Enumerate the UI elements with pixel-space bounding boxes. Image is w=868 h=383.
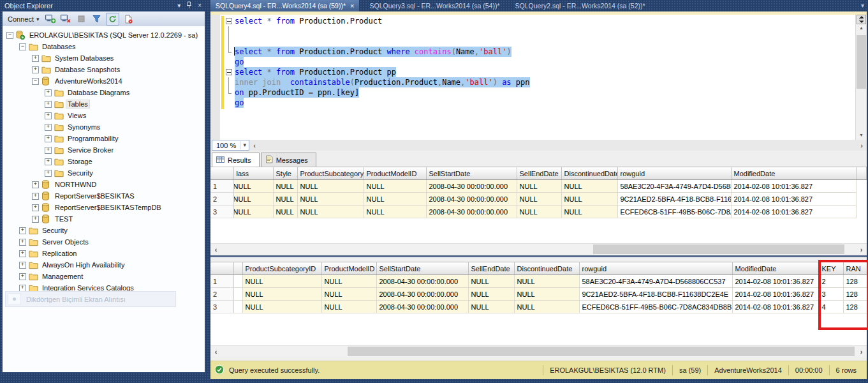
tree-item[interactable]: +Security <box>3 225 205 236</box>
sql-editor[interactable]: select * from Production.Productselect *… <box>210 15 867 140</box>
grid-cell[interactable]: 2014-02-08 10:01:36.827 <box>732 288 819 301</box>
grid-cell[interactable]: NULL <box>514 275 579 288</box>
scroll-left-icon[interactable]: ‹ <box>249 142 260 149</box>
tree-item[interactable]: +Storage <box>3 156 205 167</box>
filter-icon[interactable] <box>91 13 103 25</box>
grid-corner[interactable] <box>210 262 233 275</box>
horizontal-scroll-thumb[interactable] <box>593 244 844 254</box>
pin-icon[interactable] <box>186 1 192 10</box>
tree-expander-icon[interactable]: + <box>19 239 26 246</box>
column-header[interactable]: rowguid <box>617 167 731 180</box>
grid-cell[interactable]: NULL <box>273 193 297 206</box>
tree-expander-icon[interactable]: + <box>32 66 39 73</box>
grid-cell[interactable]: 2 <box>819 275 843 288</box>
tree-item[interactable]: +ReportServer$BESIKTAS <box>3 190 205 202</box>
column-header[interactable]: KEY <box>819 262 843 275</box>
tree-expander-icon[interactable]: + <box>32 181 39 188</box>
grid-cell[interactable]: NULL <box>321 275 376 288</box>
grid-cell[interactable]: NULL <box>468 301 514 313</box>
grid-cell[interactable]: NULL <box>364 206 426 218</box>
doc-tab[interactable]: SQLQuery4.sql - ER...Works2014 (sa (59))… <box>210 0 359 11</box>
column-header[interactable]: ModifiedDate <box>732 262 819 275</box>
fold-collapse-icon[interactable] <box>226 16 233 26</box>
grid-cell[interactable]: 9C21AED2-5BFA-4F18-BCB8-F11638DC2E4E <box>617 193 731 206</box>
grid-cell[interactable]: 9C21AED2-5BFA-4F18-BCB8-F11638DC2E4E <box>579 288 732 301</box>
grid-cell[interactable]: NULL <box>364 193 426 206</box>
scroll-left-icon[interactable]: ‹ <box>210 244 221 255</box>
result-sets-splitter[interactable] <box>210 255 867 257</box>
column-header[interactable]: ProductModelID <box>321 262 376 275</box>
column-header[interactable]: SellEndDate <box>517 167 561 180</box>
scroll-up-icon[interactable]: ▴ <box>856 24 867 33</box>
tree-item[interactable]: +ReportServer$BESIKTASTempDB <box>3 202 205 213</box>
column-header[interactable]: SellStartDate <box>426 167 517 180</box>
tree-expander-icon[interactable]: + <box>32 55 39 62</box>
tree-expander-icon[interactable]: + <box>32 216 39 223</box>
tree-expander-icon[interactable]: + <box>45 147 52 154</box>
grid-cell[interactable]: 2014-02-08 10:01:36.827 <box>731 180 856 193</box>
connect-server-icon[interactable] <box>45 13 57 25</box>
tree-item[interactable]: +Programmability <box>3 133 205 144</box>
tree-item[interactable]: +Tables <box>3 98 205 110</box>
grid-cell[interactable]: NULL <box>514 288 579 301</box>
grid-cell[interactable]: NULL <box>233 180 273 193</box>
refresh-icon[interactable] <box>106 13 119 26</box>
tree-item[interactable]: +Management <box>3 271 205 282</box>
scroll-track[interactable] <box>260 140 857 151</box>
grid-cell[interactable]: 2008-04-30 00:00:00.000 <box>426 180 517 193</box>
connect-button[interactable]: Connect ▾ <box>6 15 41 24</box>
grid-cell[interactable] <box>233 301 242 313</box>
doc-tab[interactable]: SQLQuery2.sql - ER...Works2014 (sa (52))… <box>510 0 651 11</box>
column-header[interactable]: DiscontinuedDate <box>561 167 617 180</box>
grid-cell[interactable]: NULL <box>561 193 617 206</box>
grid-cell[interactable]: ECFED6CB-51FF-49B5-B06C-7D8AC834DB8B <box>617 206 731 218</box>
tree-expander-icon[interactable]: − <box>32 78 39 85</box>
tree-item[interactable]: −AdventureWorks2014 <box>3 75 205 87</box>
tree-expander-icon[interactable]: − <box>6 32 13 39</box>
tree-item[interactable]: +Server Objects <box>3 236 205 248</box>
grid-cell[interactable]: NULL <box>364 180 426 193</box>
row-number[interactable]: 1 <box>210 180 233 193</box>
grid-cell[interactable]: 2008-04-30 00:00:00.000 <box>376 301 468 313</box>
tree-expander-icon[interactable]: + <box>45 170 52 177</box>
grid-cell[interactable]: 4 <box>819 301 843 313</box>
grid-cell[interactable]: NULL <box>273 180 297 193</box>
column-header[interactable]: Style <box>273 167 297 180</box>
scroll-left-icon[interactable]: ‹ <box>210 346 221 357</box>
grid-cell[interactable]: 2014-02-08 10:01:36.827 <box>732 301 819 313</box>
grid-cell[interactable]: 2014-02-08 10:01:36.827 <box>732 275 819 288</box>
grid-cell[interactable]: NULL <box>242 275 321 288</box>
scroll-down-icon[interactable]: ▾ <box>856 131 867 140</box>
row-number[interactable]: 3 <box>210 301 233 313</box>
horizontal-scroll-thumb[interactable] <box>348 347 855 356</box>
tab-messages[interactable]: Messages <box>261 153 316 167</box>
tree-expander-icon[interactable]: − <box>19 43 26 50</box>
close-icon[interactable]: × <box>198 3 202 9</box>
tree-expander-icon[interactable]: + <box>19 250 26 257</box>
tree-item[interactable]: +TEST <box>3 213 205 225</box>
editor-zoom-dropdown[interactable]: 100 % ▾ <box>212 140 249 151</box>
tree-expander-icon[interactable]: + <box>45 135 52 142</box>
tree-item[interactable]: +Replication <box>3 248 205 259</box>
column-header[interactable]: ProductModelID <box>364 167 426 180</box>
grid-corner[interactable] <box>210 167 233 180</box>
grid-cell[interactable]: 2014-02-08 10:01:36.827 <box>731 193 856 206</box>
tree-expander-icon[interactable]: + <box>19 273 26 280</box>
tree-item[interactable]: −EROLAKGUL\BESIKTAS (SQL Server 12.0.226… <box>3 29 205 41</box>
chevron-down-icon[interactable]: ▾ <box>240 141 249 149</box>
tree-expander-icon[interactable]: + <box>45 124 52 131</box>
splitter-handle-icon[interactable] <box>857 15 866 24</box>
tree-item[interactable]: +AlwaysOn High Availability <box>3 259 205 271</box>
doc-tab[interactable]: SQLQuery3.sql - ER...Works2014 (sa (54))… <box>364 0 504 11</box>
fold-collapse-icon[interactable] <box>226 67 233 77</box>
column-header[interactable]: rowguid <box>579 262 732 275</box>
grid-cell[interactable]: 2008-04-30 00:00:00.000 <box>376 275 468 288</box>
tree-expander-icon[interactable]: + <box>19 227 26 234</box>
grid-cell[interactable]: 2008-04-30 00:00:00.000 <box>426 206 517 218</box>
row-number[interactable]: 2 <box>210 193 233 206</box>
grid-cell[interactable]: 3 <box>819 288 843 301</box>
column-header[interactable]: DiscontinuedDate <box>514 262 579 275</box>
page-error-icon[interactable] <box>122 13 135 25</box>
grid-cell[interactable]: 2014-02-08 10:01:36.827 <box>731 206 856 218</box>
grid-cell[interactable]: NULL <box>561 206 617 218</box>
